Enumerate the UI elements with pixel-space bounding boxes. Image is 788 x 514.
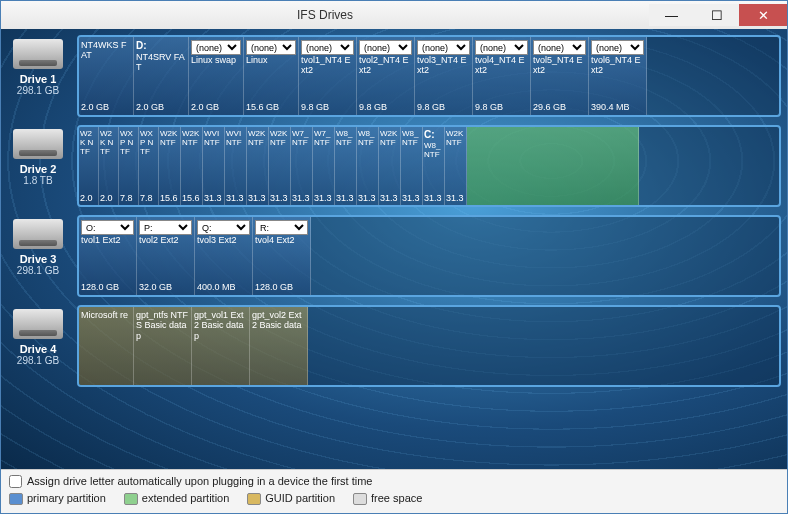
drive-letter-select[interactable]: O: bbox=[81, 220, 134, 235]
partition-name: W8_ NTF bbox=[402, 129, 421, 147]
drive-letter-select[interactable]: (none) bbox=[475, 40, 528, 55]
partition[interactable]: gpt_vol2 Ext2 Basic data bbox=[250, 307, 308, 385]
partition[interactable]: NT4WKS FAT2.0 GB bbox=[79, 37, 134, 115]
partition[interactable]: D:NT4SRV FAT2.0 GB bbox=[134, 37, 189, 115]
drive-letter: C: bbox=[424, 129, 443, 140]
partition[interactable]: (none)tvol6_NT4 Ext2390.4 MB bbox=[589, 37, 647, 115]
drive-label: Drive 4298.1 GB bbox=[7, 305, 69, 387]
legend-label: free space bbox=[371, 492, 422, 504]
partition-name: tvol6_NT4 Ext2 bbox=[591, 55, 644, 76]
partition[interactable]: W2K NTF2.0 bbox=[99, 127, 119, 205]
partition-size: 31.3 bbox=[358, 193, 377, 203]
partition[interactable]: W7_ NTF31.3 bbox=[313, 127, 335, 205]
partition[interactable]: WVI NTF31.3 bbox=[203, 127, 225, 205]
drive-icon bbox=[13, 309, 63, 339]
drive-label: Drive 21.8 TB bbox=[7, 125, 69, 207]
partition-name: W2K NTF bbox=[182, 129, 201, 147]
legend-label: primary partition bbox=[27, 492, 106, 504]
partition[interactable]: (none)tvol3_NT4 Ext29.8 GB bbox=[415, 37, 473, 115]
partition-name: Linux swap bbox=[191, 55, 241, 65]
partition-size: 31.3 bbox=[424, 193, 443, 203]
drive-name: Drive 1 bbox=[7, 73, 69, 85]
drive-letter-select[interactable]: R: bbox=[255, 220, 308, 235]
minimize-button[interactable]: — bbox=[649, 4, 694, 26]
partition[interactable]: W2K NTF31.3 bbox=[379, 127, 401, 205]
partition-name: tvol4_NT4 Ext2 bbox=[475, 55, 528, 76]
partition[interactable]: Q:tvol3 Ext2400.0 MB bbox=[195, 217, 253, 295]
partition-name: WVI NTF bbox=[204, 129, 223, 147]
drive-letter-select[interactable]: Q: bbox=[197, 220, 250, 235]
legend-item: GUID partition bbox=[247, 492, 335, 505]
partition[interactable]: P:tvol2 Ext232.0 GB bbox=[137, 217, 195, 295]
partition-bar: Microsoft regpt_ntfs NTFS Basic data pgp… bbox=[77, 305, 781, 387]
legend-item: extended partition bbox=[124, 492, 229, 505]
partition[interactable]: WXP NTF7.8 bbox=[119, 127, 139, 205]
drive-letter-select[interactable]: (none) bbox=[191, 40, 241, 55]
partition[interactable]: WVI NTF31.3 bbox=[225, 127, 247, 205]
legend-swatch bbox=[9, 493, 23, 505]
partition[interactable]: gpt_ntfs NTFS Basic data p bbox=[134, 307, 192, 385]
partition[interactable]: W8_ NTF31.3 bbox=[357, 127, 379, 205]
partition-name: Microsoft re bbox=[81, 310, 131, 320]
partition[interactable]: W2K NTF15.6 bbox=[159, 127, 181, 205]
close-button[interactable]: ✕ bbox=[739, 4, 787, 26]
drive-row: Drive 21.8 TBW2K NTF2.0W2K NTF2.0WXP NTF… bbox=[7, 125, 781, 207]
partition[interactable]: W8_ NTF31.3 bbox=[401, 127, 423, 205]
partition-size: 31.3 bbox=[336, 193, 355, 203]
drive-letter-select[interactable]: (none) bbox=[417, 40, 470, 55]
partition-name: W7_ NTF bbox=[292, 129, 311, 147]
legend-item: primary partition bbox=[9, 492, 106, 505]
partition[interactable]: gpt_vol1 Ext2 Basic data p bbox=[192, 307, 250, 385]
partition-name: W2K NTF bbox=[446, 129, 465, 147]
drive-letter-select[interactable]: (none) bbox=[359, 40, 412, 55]
drive-size: 298.1 GB bbox=[7, 265, 69, 276]
partition-size: 2.0 GB bbox=[191, 102, 241, 112]
partition[interactable]: W2K NTF31.3 bbox=[247, 127, 269, 205]
partition[interactable]: O:tvol1 Ext2128.0 GB bbox=[79, 217, 137, 295]
partition-name: tvol3_NT4 Ext2 bbox=[417, 55, 470, 76]
partition-size: 31.3 bbox=[446, 193, 465, 203]
partition[interactable]: WXP NTF7.8 bbox=[139, 127, 159, 205]
partition[interactable]: W2K NTF2.0 bbox=[79, 127, 99, 205]
drive-icon bbox=[13, 129, 63, 159]
auto-assign-row[interactable]: Assign drive letter automatically upon p… bbox=[9, 475, 779, 488]
partition[interactable]: (none)tvol4_NT4 Ext29.8 GB bbox=[473, 37, 531, 115]
partition-size: 390.4 MB bbox=[591, 102, 644, 112]
legend-item: free space bbox=[353, 492, 422, 505]
partition-name: tvol2_NT4 Ext2 bbox=[359, 55, 412, 76]
partition[interactable]: W2K NTF31.3 bbox=[445, 127, 467, 205]
partition-size: 7.8 bbox=[140, 193, 157, 203]
partition-size: 31.3 bbox=[204, 193, 223, 203]
drive-label: Drive 3298.1 GB bbox=[7, 215, 69, 297]
maximize-button[interactable]: ☐ bbox=[694, 4, 739, 26]
partition[interactable]: (none)tvol2_NT4 Ext29.8 GB bbox=[357, 37, 415, 115]
partition[interactable]: (none)tvol5_NT4 Ext229.6 GB bbox=[531, 37, 589, 115]
partition[interactable]: W7_ NTF31.3 bbox=[291, 127, 313, 205]
partition[interactable]: Microsoft re bbox=[79, 307, 134, 385]
drive-letter-select[interactable]: P: bbox=[139, 220, 192, 235]
partition[interactable]: W2K NTF15.6 bbox=[181, 127, 203, 205]
partition[interactable]: W2K NTF31.3 bbox=[269, 127, 291, 205]
drive-row: Drive 4298.1 GBMicrosoft regpt_ntfs NTFS… bbox=[7, 305, 781, 387]
drive-letter-select[interactable]: (none) bbox=[533, 40, 586, 55]
auto-assign-checkbox[interactable] bbox=[9, 475, 22, 488]
drive-letter-select[interactable]: (none) bbox=[591, 40, 644, 55]
partition[interactable]: W8_ NTF31.3 bbox=[335, 127, 357, 205]
window-controls: — ☐ ✕ bbox=[649, 4, 787, 26]
partition[interactable]: (none)Linux15.6 GB bbox=[244, 37, 299, 115]
partition[interactable]: C:W8_ NTF31.3 bbox=[423, 127, 445, 205]
drive-letter-select[interactable]: (none) bbox=[246, 40, 296, 55]
partition-name: W2K NTF bbox=[100, 129, 117, 157]
partition-size: 9.8 GB bbox=[417, 102, 470, 112]
legend-label: extended partition bbox=[142, 492, 229, 504]
partition-name: tvol3 Ext2 bbox=[197, 235, 250, 245]
legend: primary partitionextended partitionGUID … bbox=[9, 492, 779, 505]
partition[interactable]: R:tvol4 Ext2128.0 GB bbox=[253, 217, 311, 295]
partition[interactable] bbox=[467, 127, 639, 205]
drive-letter-select[interactable]: (none) bbox=[301, 40, 354, 55]
drive-name: Drive 4 bbox=[7, 343, 69, 355]
partition[interactable]: (none)tvol1_NT4 Ext29.8 GB bbox=[299, 37, 357, 115]
partition[interactable]: (none)Linux swap2.0 GB bbox=[189, 37, 244, 115]
partition-size: 31.3 bbox=[292, 193, 311, 203]
partition-size: 2.0 GB bbox=[81, 102, 131, 112]
